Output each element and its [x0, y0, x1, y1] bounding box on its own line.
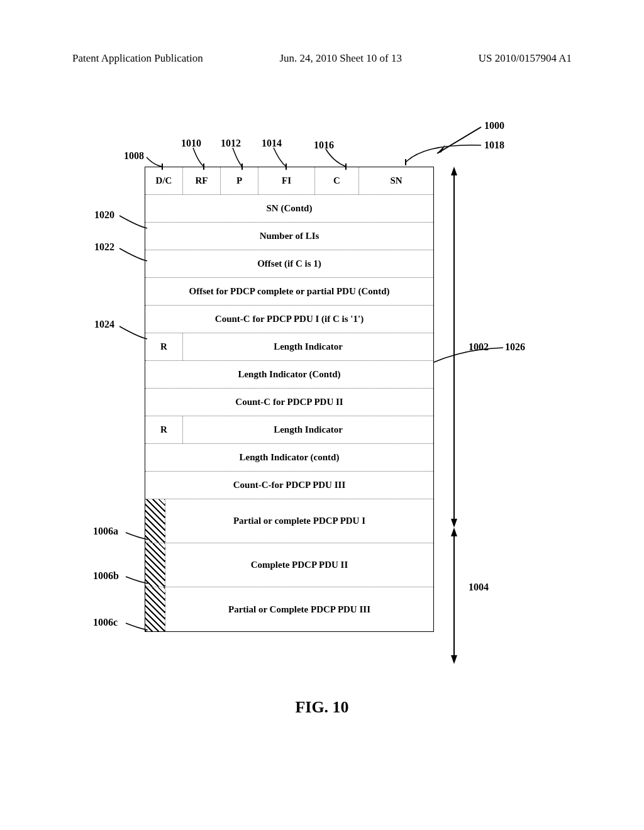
svg-marker-9	[451, 167, 457, 175]
label-1000: 1000	[484, 120, 504, 131]
svg-marker-12	[451, 528, 457, 536]
row-r-li-2: R Length Indicator	[145, 416, 433, 444]
leader-1026	[434, 346, 503, 365]
label-1020: 1020	[94, 209, 114, 221]
leader-1020	[119, 211, 148, 230]
label-1006c: 1006c	[93, 617, 118, 628]
cell-num-li: Number of LIs	[145, 223, 433, 250]
cell-offset: Offset (if C is 1)	[145, 250, 433, 277]
label-1004: 1004	[469, 582, 489, 593]
cell-li2-contd: Length Indicator (contd)	[145, 444, 433, 471]
row-pdu2: Complete PDCP PDU II	[145, 543, 433, 587]
hatch-1006b	[145, 543, 165, 587]
row-num-li: Number of LIs	[145, 223, 433, 250]
leader-1022	[119, 243, 148, 262]
svg-marker-10	[451, 519, 457, 528]
cell-li1: Length Indicator	[183, 333, 433, 360]
label-1008: 1008	[124, 150, 144, 162]
cell-countc2: Count-C for PDCP PDU II	[145, 389, 433, 416]
header-center: Jun. 24, 2010 Sheet 10 of 13	[279, 52, 402, 65]
label-1018: 1018	[484, 140, 504, 151]
cell-rf: RF	[183, 167, 221, 194]
row-li2-contd: Length Indicator (contd)	[145, 444, 433, 472]
cell-pdu2: Complete PDCP PDU II	[165, 543, 433, 587]
bracket-1004	[448, 528, 467, 664]
row-offset-contd: Offset for PDCP complete or partial PDU …	[145, 278, 433, 306]
leader-1024	[119, 321, 148, 340]
cell-pdu3: Partial or Complete PDCP PDU III	[165, 587, 433, 631]
cell-countc1: Count-C for PDCP PDU I (if C is '1')	[145, 306, 433, 333]
row-pdu3: Partial or Complete PDCP PDU III	[145, 587, 433, 631]
page-header: Patent Application Publication Jun. 24, …	[72, 52, 572, 65]
label-1026: 1026	[505, 341, 525, 353]
cell-countc3: Count-C-for PDCP PDU III	[145, 472, 433, 499]
label-1006b: 1006b	[93, 570, 119, 582]
row-countc1: Count-C for PDCP PDU I (if C is '1')	[145, 306, 433, 333]
pdu-structure-table: D/C RF P FI C SN SN (Contd) Number of LI…	[145, 167, 434, 632]
label-1006a: 1006a	[93, 526, 118, 537]
label-1022: 1022	[94, 241, 114, 253]
row-pdu1: Partial or complete PDCP PDU I	[145, 499, 433, 543]
cell-sn-contd: SN (Contd)	[145, 195, 433, 222]
cell-li2: Length Indicator	[183, 416, 433, 443]
row-r-li-1: R Length Indicator	[145, 333, 433, 361]
cell-offset-contd: Offset for PDCP complete or partial PDU …	[145, 278, 433, 305]
hatch-1006a	[145, 499, 165, 543]
cell-fi: FI	[258, 167, 315, 194]
cell-r2: R	[145, 416, 183, 443]
cell-pdu1: Partial or complete PDCP PDU I	[165, 499, 433, 543]
row-header-fields: D/C RF P FI C SN	[145, 167, 433, 195]
hatch-1006c	[145, 587, 165, 631]
cell-r1: R	[145, 333, 183, 360]
cell-p: P	[221, 167, 258, 194]
cell-li1-contd: Length Indicator (Contd)	[145, 361, 433, 388]
header-left: Patent Application Publication	[72, 52, 203, 65]
header-right: US 2010/0157904 A1	[479, 52, 572, 65]
cell-dc: D/C	[145, 167, 183, 194]
label-1024: 1024	[94, 319, 114, 330]
figure-caption: FIG. 10	[0, 698, 644, 717]
svg-marker-13	[451, 655, 457, 664]
row-offset: Offset (if C is 1)	[145, 250, 433, 278]
row-countc2: Count-C for PDCP PDU II	[145, 389, 433, 416]
cell-sn: SN	[359, 167, 433, 194]
row-sn-contd: SN (Contd)	[145, 195, 433, 223]
row-li1-contd: Length Indicator (Contd)	[145, 361, 433, 389]
cell-c: C	[315, 167, 359, 194]
row-countc3: Count-C-for PDCP PDU III	[145, 472, 433, 499]
